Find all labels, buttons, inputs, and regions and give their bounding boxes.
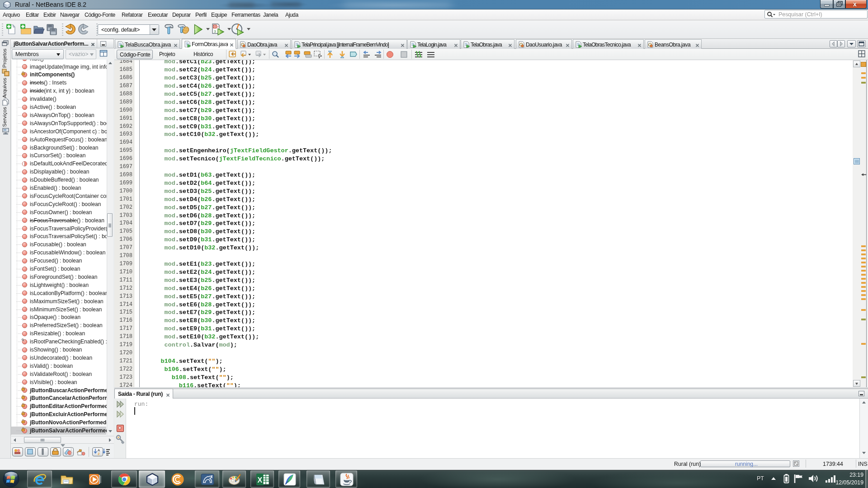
svg-text:X: X [258,476,263,484]
svg-text:3: 3 [214,29,216,33]
svg-text:Z: Z [98,452,100,455]
